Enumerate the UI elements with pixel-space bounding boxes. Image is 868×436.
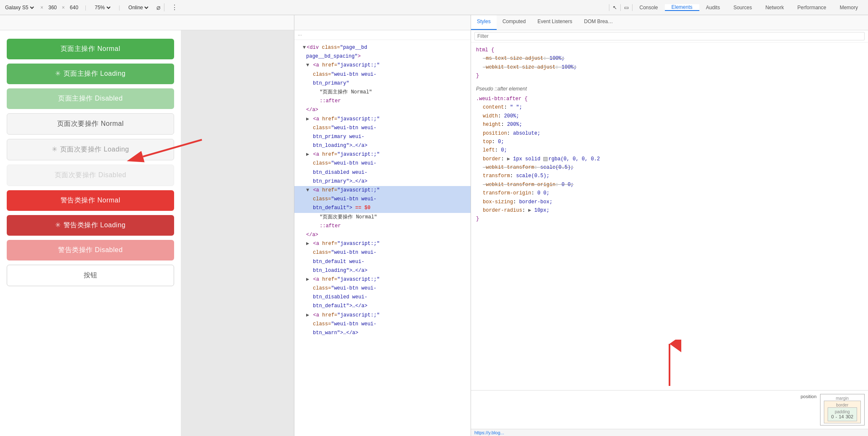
dom-line[interactable]: btn_disabled weui- — [294, 293, 471, 302]
triangle-icon: ▼ — [306, 62, 309, 68]
color-swatch — [543, 157, 548, 161]
dom-line[interactable]: ::after — [294, 222, 471, 231]
tab-performance[interactable]: Performance — [791, 4, 833, 11]
loading-spinner2: ✳ — [52, 145, 58, 153]
more-options-button[interactable]: ⋮ — [168, 3, 181, 11]
cursor-tool[interactable]: ↖ — [609, 4, 621, 11]
dash: - — [836, 414, 837, 419]
dom-line[interactable]: "页面次要操作 Normal" — [294, 213, 471, 222]
dom-line[interactable]: </a> — [294, 106, 471, 114]
dom-line[interactable]: ▶ <a href="javascript:;" — [294, 311, 471, 320]
box-model-area: position margin border padding 0 - 14 30… — [471, 390, 868, 429]
dom-line[interactable]: ::after — [294, 97, 471, 106]
dom-line[interactable]: page__bd_spacing"> — [294, 52, 471, 61]
dom-line[interactable]: ▼<div class="page__bd — [294, 43, 471, 52]
dom-line[interactable]: class="weui-btn weui- — [294, 320, 471, 329]
btn-outline[interactable]: 按钮 — [7, 265, 174, 286]
styles-subtabs-row: Styles Computed Event Listeners DOM Brea… — [0, 15, 868, 30]
btn-warn-loading[interactable]: ✳警告类操作 Loading — [7, 215, 174, 236]
css-selector-html: html { — [476, 46, 863, 54]
dom-line[interactable]: btn_warn">…</a> — [294, 329, 471, 338]
zoom-selector[interactable]: 75% — [93, 4, 112, 11]
triangle-icon: ▶ — [306, 152, 309, 157]
css-property: left: 0; — [476, 146, 863, 154]
dom-line[interactable]: </a> — [294, 231, 471, 239]
preview-subtab — [0, 15, 294, 30]
dom-line[interactable]: btn_primary weui- — [294, 133, 471, 141]
dom-line-selected-attr[interactable]: class="weui-btn weui- — [294, 195, 471, 204]
top-bar: Galaxy S5 × 360 × 640 | 75% | Online ⌀ ⋮… — [0, 0, 868, 15]
dom-line[interactable]: class="weui-btn weui- — [294, 70, 471, 79]
device-toggle[interactable]: ▭ — [621, 4, 632, 11]
tab-memory[interactable]: Memory — [833, 4, 865, 11]
box-model-wrapper: position margin border padding 0 - 14 30… — [474, 394, 865, 425]
css-close: } — [476, 215, 863, 223]
border-label: border — [828, 403, 857, 407]
btn-warn-disabled: 警告类操作 Disabled — [7, 240, 174, 261]
margin-label: margin — [824, 396, 861, 401]
tab-dom-breakpoints[interactable]: DOM Brea… — [578, 15, 619, 30]
tab-styles[interactable]: Styles — [471, 15, 497, 30]
cursor-icon: ↖ — [613, 5, 617, 11]
separator2: × — [62, 5, 65, 11]
padding-label: padding — [831, 409, 853, 414]
rotate-icon[interactable]: ⌀ — [156, 3, 161, 11]
loading-spinner: ✳ — [55, 69, 61, 77]
btn-warn-normal[interactable]: 警告类操作 Normal — [7, 190, 174, 211]
triangle-icon: ▶ — [306, 276, 309, 282]
css-close: } — [476, 72, 863, 80]
dom-selected-marker: == $0 — [355, 205, 370, 211]
btn-primary-normal[interactable]: 页面主操作 Normal — [7, 39, 174, 59]
triangle-icon: ▶ — [306, 116, 309, 122]
filter-input[interactable] — [474, 32, 865, 40]
dom-line-selected[interactable]: ▼ <a href="javascript:;" — [294, 186, 471, 195]
tab-computed[interactable]: Computed — [497, 15, 532, 30]
dom-line[interactable]: btn_loading">…</a> — [294, 266, 471, 275]
position-label: position — [801, 394, 817, 399]
dom-line[interactable]: btn_loading">…</a> — [294, 141, 471, 150]
tab-sources[interactable]: Sources — [727, 4, 759, 11]
dom-line[interactable]: ▶ <a href="javascript:;" — [294, 150, 471, 159]
tab-console[interactable]: Console — [632, 4, 664, 11]
dom-line[interactable]: btn_primary" — [294, 79, 471, 88]
btn-primary-disabled: 页面主操作 Disabled — [7, 88, 174, 109]
css-property: height: 200%; — [476, 120, 863, 129]
dom-line[interactable]: btn_disabled weui- — [294, 168, 471, 177]
device-width: 360 — [48, 5, 57, 11]
dom-line[interactable]: ▶ <a href="javascript:;" — [294, 115, 471, 124]
btn-default-normal[interactable]: 页面次要操作 Normal — [7, 113, 174, 135]
tab-network[interactable]: Network — [759, 4, 791, 11]
css-property: content: " "; — [476, 103, 863, 112]
dom-line[interactable]: "页面主操作 Normal" — [294, 88, 471, 97]
btn-primary-loading[interactable]: ✳页面主操作 Loading — [7, 64, 174, 84]
dom-line[interactable]: ▶ <a href="javascript:;" — [294, 275, 471, 284]
url-text: https://y.blog... — [474, 430, 504, 435]
tab-event-listeners[interactable]: Event Listeners — [532, 15, 578, 30]
btn-default-loading[interactable]: ✳页面次要操作 Loading — [7, 139, 174, 160]
css-property: transform: scale(0.5); — [476, 172, 863, 180]
btn-default-disabled: 页面次要操作 Disabled — [7, 165, 174, 186]
dom-line[interactable]: class="weui-btn weui- — [294, 284, 471, 293]
dom-line[interactable]: class="weui-btn weui- — [294, 159, 471, 168]
dom-line[interactable]: class="weui-btn weui- — [294, 124, 471, 133]
triangle-icon: ▶ — [306, 241, 309, 247]
dom-line[interactable]: ▼ <a href="javascript:;" — [294, 61, 471, 70]
separator: × — [40, 5, 43, 11]
dom-line[interactable]: class="weui-btn weui- — [294, 248, 471, 257]
dom-content[interactable]: ▼<div class="page__bd page__bd_spacing">… — [294, 40, 471, 436]
tab-audits[interactable]: Audits — [699, 4, 727, 11]
device-selector[interactable]: Galaxy S5 — [3, 4, 35, 11]
css-property: -ms-text-size-adjust: 100%; — [476, 54, 863, 63]
url-bar: https://y.blog... — [471, 429, 868, 436]
network-selector[interactable]: Online — [127, 4, 150, 11]
triangle-icon: ▼ — [303, 45, 306, 51]
dom-line[interactable]: btn_default weui- — [294, 258, 471, 266]
dom-line-selected-attr2[interactable]: btn_default"> == $0 — [294, 204, 471, 213]
css-block-html: html { -ms-text-size-adjust: 100%; -webk… — [476, 46, 863, 80]
tab-elements[interactable]: Elements — [665, 4, 699, 11]
dom-line[interactable]: ▶ <a href="javascript:;" — [294, 239, 471, 248]
device-toolbar: Galaxy S5 × 360 × 640 | 75% | Online ⌀ — [3, 3, 164, 11]
dom-line[interactable]: btn_default">…</a> — [294, 302, 471, 311]
css-property: width: 200%; — [476, 112, 863, 120]
dom-line[interactable]: btn_primary">…</a> — [294, 177, 471, 186]
